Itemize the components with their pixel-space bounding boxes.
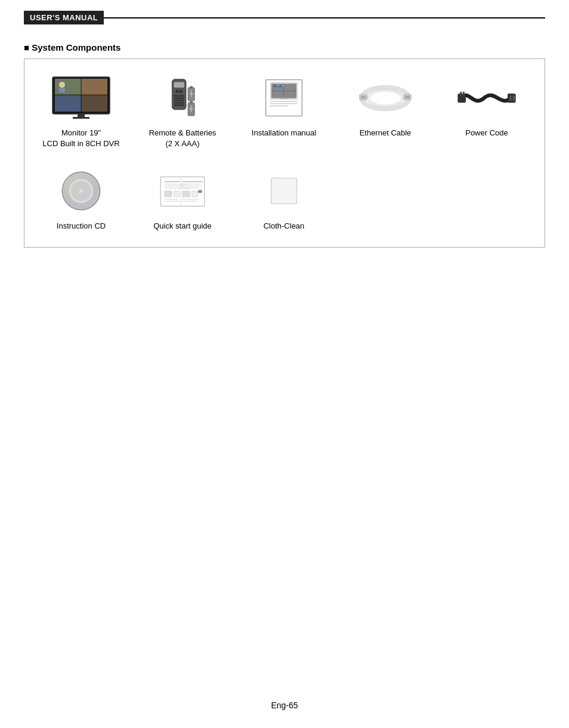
quickstart-svg [156, 172, 209, 211]
svg-rect-78 [198, 190, 202, 193]
svg-rect-52 [513, 95, 515, 101]
cloth-icon [248, 167, 320, 215]
components-row-1: Monitor 19" LCD Built in 8CH DVR [30, 71, 539, 152]
cd-svg [60, 170, 102, 212]
component-remote: Remote & Batteries (2 X AAA) [132, 71, 233, 152]
cd-icon [45, 167, 117, 215]
svg-rect-72 [183, 191, 190, 197]
section-heading: System Components [0, 24, 569, 58]
cd-label: Instruction CD [57, 221, 106, 232]
svg-rect-19 [174, 102, 184, 103]
svg-text:SAMSUNG: SAMSUNG [276, 85, 284, 87]
svg-point-42 [368, 90, 402, 106]
manual-svg: SAMSUNG [260, 77, 308, 119]
remote-svg [166, 76, 199, 121]
svg-point-10 [59, 82, 65, 88]
monitor-label: Monitor 19" LCD Built in 8CH DVR [42, 128, 119, 149]
svg-rect-20 [174, 104, 184, 106]
svg-rect-51 [509, 95, 512, 101]
svg-rect-79 [271, 178, 297, 204]
quickstart-icon [147, 167, 218, 215]
components-box: Monitor 19" LCD Built in 8CH DVR [24, 58, 545, 248]
svg-rect-8 [78, 114, 85, 117]
svg-rect-70 [165, 191, 172, 197]
svg-rect-73 [192, 191, 198, 197]
component-monitor: Monitor 19" LCD Built in 8CH DVR [30, 71, 132, 152]
svg-rect-3 [81, 79, 107, 95]
power-svg [457, 83, 517, 113]
header-line [104, 17, 545, 18]
svg-rect-48 [460, 92, 462, 96]
header-title: USER'S MANUAL [24, 11, 104, 24]
ethernet-icon [350, 74, 421, 122]
svg-point-14 [175, 89, 178, 92]
components-row-2: Instruction CD [30, 164, 539, 235]
ethernet-label: Ethernet Cable [360, 128, 412, 138]
svg-rect-26 [190, 101, 193, 103]
svg-rect-17 [174, 97, 184, 98]
page-container: USER'S MANUAL System Components [0, 0, 569, 728]
svg-rect-4 [55, 95, 81, 112]
svg-rect-11 [59, 88, 65, 92]
component-manual: SAMSUNG Installation manual [233, 71, 335, 141]
svg-rect-71 [174, 191, 180, 197]
svg-rect-49 [463, 92, 465, 96]
manual-icon: SAMSUNG [248, 74, 320, 122]
quickstart-label: Quick start guide [153, 221, 212, 232]
manual-label: Installation manual [252, 128, 316, 138]
page-number: Eng-65 [271, 701, 298, 710]
remote-icon [147, 74, 218, 122]
power-label: Power Code [465, 128, 508, 138]
svg-rect-2 [55, 79, 81, 95]
svg-rect-5 [81, 95, 107, 112]
cloth-svg [266, 173, 302, 209]
component-cloth: Cloth-Clean [233, 164, 335, 235]
svg-rect-22 [190, 86, 193, 88]
component-ethernet: Ethernet Cable [335, 71, 436, 141]
component-quickstart: Quick start guide [132, 164, 233, 235]
svg-rect-44 [361, 95, 366, 98]
header-bar: USER'S MANUAL [0, 0, 569, 24]
svg-rect-18 [174, 100, 184, 101]
remote-label: Remote & Batteries (2 X AAA) [149, 128, 217, 149]
monitor-svg [51, 76, 111, 121]
component-power: Power Code [436, 71, 537, 141]
ethernet-svg [358, 82, 412, 115]
svg-rect-16 [174, 95, 184, 96]
svg-rect-9 [73, 117, 89, 119]
component-cd: Instruction CD [30, 164, 132, 235]
svg-point-15 [179, 89, 183, 92]
svg-rect-46 [405, 95, 410, 98]
svg-rect-13 [174, 82, 184, 87]
power-icon [451, 74, 522, 122]
cloth-label: Cloth-Clean [264, 221, 305, 232]
monitor-icon [45, 74, 117, 122]
